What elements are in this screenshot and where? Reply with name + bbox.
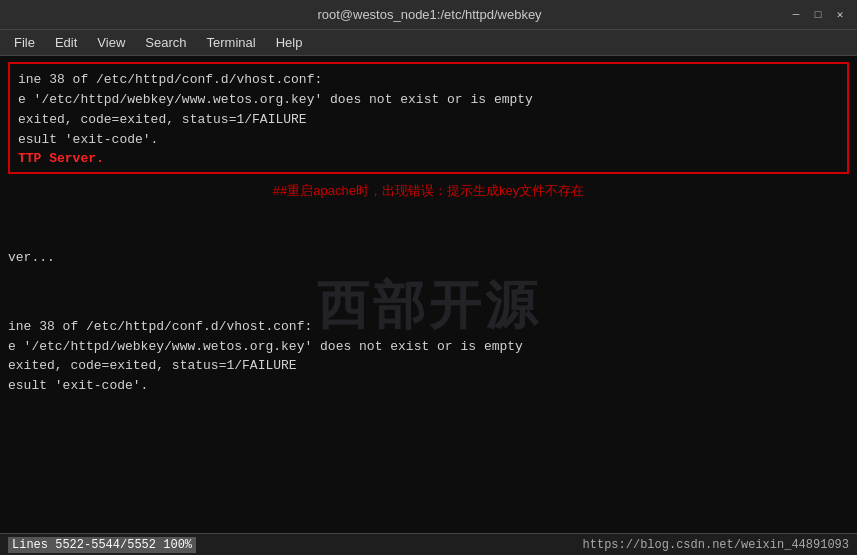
menu-edit[interactable]: Edit [47, 33, 85, 52]
title-bar: root@westos_node1:/etc/httpd/webkey ─ □ … [0, 0, 857, 30]
error-line-3: exited, code=exited, status=1/FAILURE [18, 110, 839, 130]
menu-search[interactable]: Search [137, 33, 194, 52]
maximize-button[interactable]: □ [811, 8, 825, 22]
menu-help[interactable]: Help [268, 33, 311, 52]
status-url: https://blog.csdn.net/weixin_44891093 [583, 538, 849, 552]
status-bar: Lines 5522-5544/5552 100% https://blog.c… [0, 533, 857, 555]
error-line-1: ine 38 of /etc/httpd/conf.d/vhost.conf: [18, 70, 839, 90]
bottom-line-4: esult 'exit-code'. [8, 376, 849, 396]
annotation-text: ##重启apache时，出现错误：提示生成key文件不存在 [8, 182, 849, 200]
error-line-4: esult 'exit-code'. [18, 130, 839, 150]
menu-terminal[interactable]: Terminal [199, 33, 264, 52]
status-lines: Lines 5522-5544/5552 100% [8, 537, 196, 553]
middle-line: ver... [8, 248, 849, 268]
error-red-line: TTP Server. [18, 151, 839, 166]
window-title: root@westos_node1:/etc/httpd/webkey [70, 7, 789, 22]
window-controls: ─ □ ✕ [789, 8, 847, 22]
menu-file[interactable]: File [6, 33, 43, 52]
error-line-2: e '/etc/httpd/webkey/www.wetos.org.key' … [18, 90, 839, 110]
minimize-button[interactable]: ─ [789, 8, 803, 22]
terminal-area[interactable]: ine 38 of /etc/httpd/conf.d/vhost.conf: … [0, 56, 857, 555]
menu-view[interactable]: View [89, 33, 133, 52]
menu-bar: File Edit View Search Terminal Help [0, 30, 857, 56]
bottom-line-1: ine 38 of /etc/httpd/conf.d/vhost.conf: [8, 317, 849, 337]
bottom-line-3: exited, code=exited, status=1/FAILURE [8, 356, 849, 376]
bottom-line-2: e '/etc/httpd/webkey/www.wetos.org.key' … [8, 337, 849, 357]
error-box: ine 38 of /etc/httpd/conf.d/vhost.conf: … [8, 62, 849, 174]
close-button[interactable]: ✕ [833, 8, 847, 22]
